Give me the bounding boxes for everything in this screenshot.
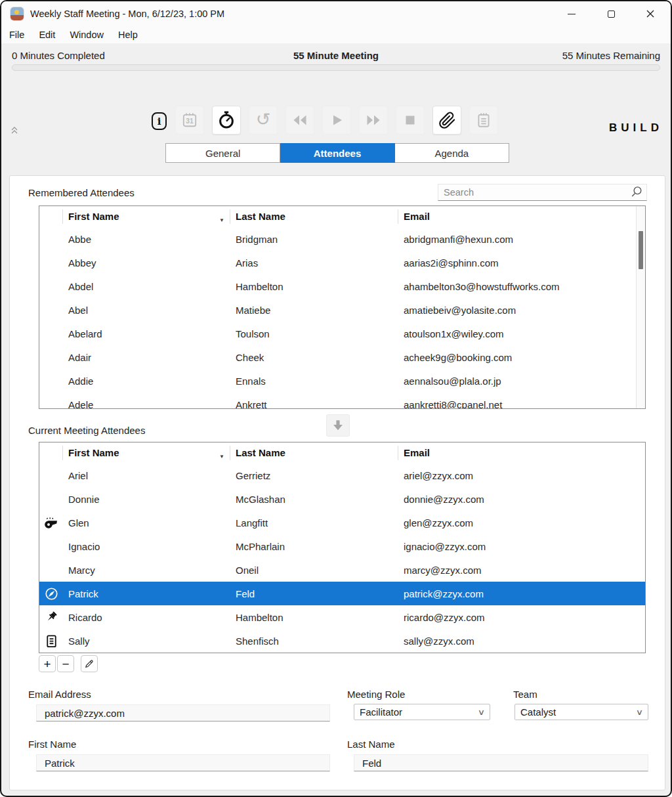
first-name-label: First Name: [28, 739, 76, 750]
tab-general[interactable]: General: [165, 143, 280, 163]
collapse-toolbar-button[interactable]: [10, 125, 19, 135]
app-window: Weekly Staff Meeting - Mon, 6/12/23, 1:0…: [0, 0, 672, 797]
progress-labels: 0 Minutes Completed 55 Minute Meeting 55…: [12, 49, 660, 62]
chevron-down-icon: ∨: [478, 708, 485, 717]
cell-last-name: Gerrietz: [230, 470, 398, 481]
cell-email: ahambelton3o@howstuffworks.com: [398, 281, 637, 292]
table-row[interactable]: AbbeyAriasaarias2i@sphinn.com: [39, 251, 637, 274]
attachments-button[interactable]: [432, 106, 461, 135]
cell-first-name: Abbe: [63, 234, 230, 245]
stopwatch-icon: [217, 111, 236, 129]
cell-first-name: Adair: [63, 352, 230, 363]
cell-last-name: Langfitt: [230, 517, 398, 528]
column-header-email[interactable]: Email: [398, 209, 637, 224]
team-select[interactable]: Catalyst ∨: [514, 704, 648, 720]
minimize-button[interactable]: [564, 7, 579, 21]
table-row[interactable]: IgnacioMcPharlainignacio@zzyx.com: [39, 534, 646, 558]
table-row[interactable]: AdairCheekacheek9g@booking.com: [39, 345, 637, 369]
table-row[interactable]: AbbeBridgmanabridgmanfi@hexun.com: [39, 227, 637, 251]
notepad-icon: [44, 634, 59, 649]
cell-email: ariel@zzyx.com: [398, 470, 646, 481]
table-row[interactable]: AbdelHambeltonahambelton3o@howstuffworks…: [39, 274, 637, 298]
cell-email: aarias2i@sphinn.com: [398, 257, 637, 269]
close-button[interactable]: [643, 7, 658, 21]
remove-attendee-button[interactable]: −: [57, 655, 74, 672]
menu-item-window[interactable]: Window: [70, 30, 104, 40]
add-attendee-button[interactable]: +: [39, 655, 56, 672]
table-row[interactable]: AbelMatiebeamatiebeiv@yolasite.com: [39, 298, 637, 322]
cell-email: aankretti8@cpanel.net: [398, 399, 637, 410]
table-row[interactable]: DonnieMcGlashandonnie@zzyx.com: [39, 487, 646, 511]
cell-first-name: Abbey: [63, 257, 230, 269]
cell-first-name: Abel: [63, 305, 230, 316]
cell-first-name: Ariel: [63, 470, 230, 481]
cell-email: amatiebeiv@yolasite.com: [398, 305, 637, 316]
notes-icon: [475, 112, 492, 129]
remembered-attendees-table: First Name▼ Last Name Email AbbeBridgman…: [39, 205, 646, 409]
menu-item-help[interactable]: Help: [118, 30, 138, 40]
table-row[interactable]: AdeleAnkrettaankretti8@cpanel.net: [39, 393, 637, 409]
search-box: [438, 184, 647, 201]
tab-agenda[interactable]: Agenda: [395, 143, 509, 163]
table-row[interactable]: ArielGerrietzariel@zzyx.com: [39, 463, 646, 487]
cell-email: patrick@zzyx.com: [398, 588, 646, 599]
search-input[interactable]: [438, 187, 629, 198]
minutes-completed-label: 0 Minutes Completed: [12, 50, 105, 61]
cell-last-name: McPharlain: [230, 541, 398, 552]
chevron-down-icon: ∨: [636, 708, 643, 717]
edit-attendee-button[interactable]: [81, 655, 98, 672]
vertical-scrollbar[interactable]: [636, 206, 645, 408]
cell-first-name: Patrick: [63, 588, 230, 599]
table-row-selected[interactable]: PatrickFeldpatrick@zzyx.com: [39, 582, 646, 605]
table-row[interactable]: RicardoHambeltonricardo@zzyx.com: [39, 605, 646, 629]
table-row[interactable]: AddieEnnalsaennalsou@plala.or.jp: [39, 369, 637, 393]
cell-last-name: Toulson: [230, 328, 398, 339]
column-header-last-name[interactable]: Last Name: [230, 209, 398, 224]
remembered-attendees-title: Remembered Attendees: [28, 187, 135, 198]
column-header-first-name[interactable]: First Name▼: [63, 446, 230, 460]
tab-attendees[interactable]: Attendees: [280, 143, 394, 163]
column-header-first-name[interactable]: First Name▼: [63, 209, 230, 224]
menu-item-file[interactable]: File: [9, 30, 24, 40]
table-row[interactable]: SallyShenfischsally@zzyx.com: [39, 629, 646, 653]
cell-last-name: Arias: [230, 257, 398, 269]
first-name-field[interactable]: [36, 754, 330, 771]
meeting-role-label: Meeting Role: [347, 689, 405, 700]
table-row[interactable]: AbelardToulsonatoulson1x@wiley.com: [39, 322, 637, 345]
undo-icon: ↺: [256, 110, 271, 128]
table-row[interactable]: MarcyOneilmarcy@zzyx.com: [39, 558, 646, 582]
header-gutter: [39, 209, 63, 224]
add-to-meeting-button[interactable]: [326, 414, 350, 437]
team-value: Catalyst: [520, 706, 556, 718]
cell-first-name: Sally: [63, 635, 230, 647]
svg-text:31: 31: [186, 118, 194, 125]
table-row[interactable]: GlenLangfittglen@zzyx.com: [39, 511, 646, 534]
last-name-label: Last Name: [347, 739, 395, 750]
notes-button: [469, 106, 498, 135]
timer-button[interactable]: [212, 106, 241, 135]
cell-last-name: Oneil: [230, 565, 398, 576]
header-gutter: [39, 446, 63, 460]
info-button[interactable]: i: [152, 112, 167, 130]
calendar-button: 31: [175, 106, 204, 135]
scrollbar-thumb[interactable]: [639, 231, 643, 269]
email-address-field[interactable]: [36, 704, 330, 722]
attendees-panel: Remembered Attendees First Name▼ Last Na…: [9, 175, 665, 790]
last-name-field[interactable]: [354, 754, 648, 771]
cell-last-name: Ennals: [230, 376, 398, 387]
cell-email: atoulson1x@wiley.com: [398, 328, 637, 339]
current-attendees-table: First Name▼ Last Name Email ArielGerriet…: [39, 442, 646, 653]
window-title: Weekly Staff Meeting - Mon, 6/12/23, 1:0…: [30, 9, 224, 19]
chevron-up-icon: [10, 125, 19, 135]
menu-item-edit[interactable]: Edit: [39, 30, 55, 40]
cell-first-name: Abelard: [63, 328, 230, 339]
cell-email: acheek9g@booking.com: [398, 352, 637, 363]
whistle-icon: [43, 515, 59, 530]
column-header-email[interactable]: Email: [398, 446, 646, 460]
meeting-role-select[interactable]: Facilitator ∨: [354, 704, 490, 720]
cell-email: aennalsou@plala.or.jp: [398, 376, 637, 387]
maximize-button[interactable]: [604, 7, 618, 21]
column-header-last-name[interactable]: Last Name: [230, 446, 398, 460]
minutes-remaining-label: 55 Minutes Remaining: [562, 50, 660, 61]
cell-last-name: Matiebe: [230, 305, 398, 316]
